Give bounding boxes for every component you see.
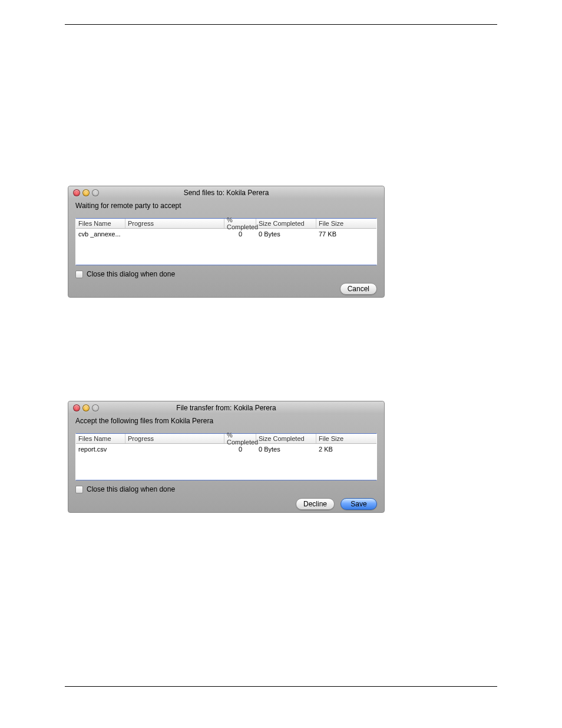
titlebar[interactable]: File transfer from: Kokila Perera (68, 401, 384, 414)
cell-file-name: cvb _annexe... (76, 229, 125, 239)
col-file-size[interactable]: File Size (316, 219, 373, 228)
button-row: Decline Save (68, 498, 384, 517)
table-row[interactable]: cvb _annexe... 0 0 Bytes 77 KB (76, 229, 376, 239)
checkbox-label: Close this dialog when done (87, 270, 175, 278)
button-row: Cancel (68, 283, 384, 302)
decline-button[interactable]: Decline (296, 498, 335, 510)
page-bottom-rule (65, 686, 497, 687)
col-progress[interactable]: Progress (125, 219, 224, 228)
cell-progress (125, 233, 224, 235)
zoom-icon (92, 404, 99, 411)
zoom-icon (92, 189, 99, 196)
minimize-icon[interactable] (82, 189, 90, 196)
status-text: Accept the following files from Kokila P… (68, 414, 384, 430)
col-file-size[interactable]: File Size (316, 434, 373, 443)
cancel-button[interactable]: Cancel (340, 283, 377, 295)
titlebar[interactable]: Send files to: Kokila Perera (68, 186, 384, 199)
send-files-dialog: Send files to: Kokila Perera Waiting for… (68, 186, 385, 298)
save-button[interactable]: Save (340, 498, 377, 510)
cell-file-name: report.csv (76, 444, 125, 454)
col-pct-completed[interactable]: % Completed (224, 219, 256, 228)
window-title: Send files to: Kokila Perera (68, 189, 384, 197)
close-icon[interactable] (73, 189, 80, 196)
close-when-done-row[interactable]: Close this dialog when done (68, 269, 384, 283)
window-title: File transfer from: Kokila Perera (68, 404, 384, 412)
status-text: Waiting for remote party to accept (68, 199, 384, 215)
table-header: Files Name Progress % Completed Size Com… (76, 219, 376, 229)
col-pct-completed[interactable]: % Completed (224, 434, 256, 443)
cell-progress (125, 448, 224, 450)
cell-pct: 0 (224, 229, 256, 239)
cell-file-size: 77 KB (316, 229, 373, 239)
col-size-completed[interactable]: Size Completed (256, 219, 316, 228)
checkbox-icon[interactable] (75, 271, 83, 278)
cell-file-size: 2 KB (316, 444, 373, 454)
col-files-name[interactable]: Files Name (76, 434, 125, 443)
cell-size-completed: 0 Bytes (256, 229, 316, 239)
receive-files-dialog: File transfer from: Kokila Perera Accept… (68, 401, 385, 513)
checkbox-label: Close this dialog when done (87, 485, 175, 493)
minimize-icon[interactable] (82, 404, 90, 411)
page-top-rule (65, 24, 497, 25)
traffic-lights (73, 189, 99, 196)
file-table: Files Name Progress % Completed Size Com… (75, 433, 377, 480)
table-row[interactable]: report.csv 0 0 Bytes 2 KB (76, 444, 376, 454)
table-header: Files Name Progress % Completed Size Com… (76, 434, 376, 444)
close-icon[interactable] (73, 404, 80, 411)
cell-size-completed: 0 Bytes (256, 444, 316, 454)
checkbox-icon[interactable] (75, 486, 83, 493)
file-table: Files Name Progress % Completed Size Com… (75, 218, 377, 265)
col-size-completed[interactable]: Size Completed (256, 434, 316, 443)
close-when-done-row[interactable]: Close this dialog when done (68, 484, 384, 498)
col-progress[interactable]: Progress (125, 434, 224, 443)
cell-pct: 0 (224, 444, 256, 454)
col-files-name[interactable]: Files Name (76, 219, 125, 228)
traffic-lights (73, 404, 99, 411)
